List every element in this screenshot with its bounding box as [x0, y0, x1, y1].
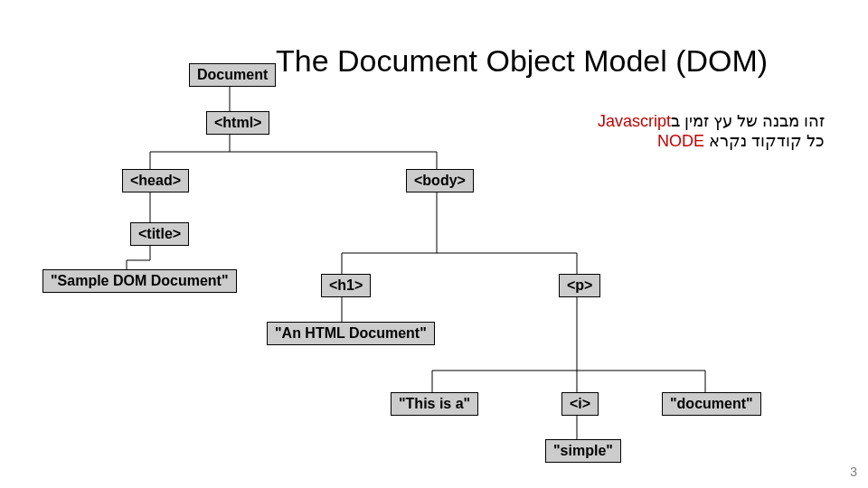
caption-line2-text: כל קודקוד נקרא — [704, 132, 825, 150]
slide-number: 3 — [850, 465, 857, 479]
node-html: <html> — [206, 111, 269, 135]
node-body: <body> — [406, 169, 474, 192]
node-h1: <h1> — [321, 274, 371, 297]
node-document-text: "document" — [662, 392, 761, 416]
caption-line1-highlight: Javascript — [598, 112, 671, 130]
slide-title: The Document Object Model (DOM) — [276, 43, 768, 79]
caption-line1-text: זהו מבנה של עץ זמין ב — [671, 112, 825, 130]
node-sample-text: "Sample DOM Document" — [42, 269, 237, 293]
node-title-tag: <title> — [130, 222, 189, 246]
node-i: <i> — [561, 392, 599, 416]
node-an-html-doc: "An HTML Document" — [267, 322, 435, 345]
node-simple: "simple" — [545, 439, 621, 463]
caption-text: זהו מבנה של עץ זמין בJavascript כל קודקו… — [535, 111, 825, 151]
node-document: Document — [189, 63, 276, 87]
node-this-is-a: "This is a" — [391, 392, 478, 416]
node-head: <head> — [122, 169, 189, 192]
node-p: <p> — [559, 274, 600, 297]
caption-line2-highlight: NODE — [657, 132, 704, 150]
